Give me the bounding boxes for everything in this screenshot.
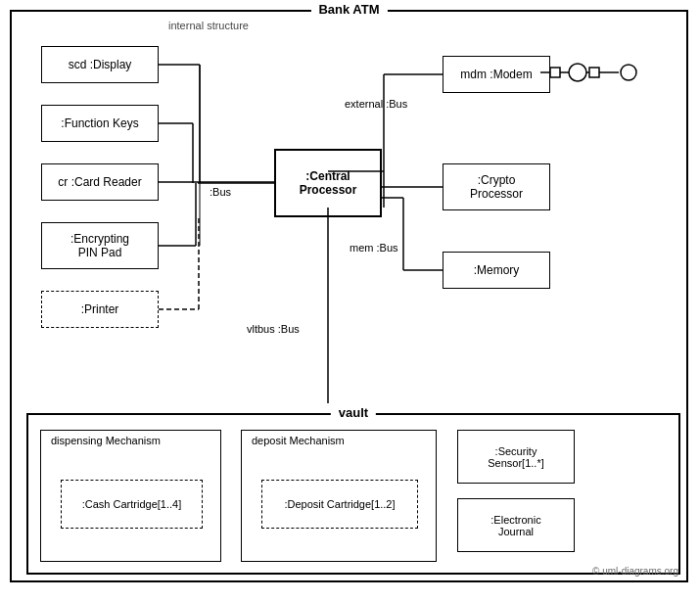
diagram-wrapper: Bank ATM internal structure scd :Display…	[0, 0, 700, 602]
svg-rect-18	[550, 68, 560, 77]
central-processor-box: :CentralProcessor	[274, 149, 382, 217]
scd-display-box: scd :Display	[41, 46, 159, 83]
dispensing-mech-box: dispensing Mechanism :Cash Cartridge[1..…	[40, 430, 221, 562]
vault-box: vault dispensing Mechanism :Cash Cartrid…	[26, 413, 680, 575]
deposit-mech-label: deposit Mechanism	[252, 435, 345, 446]
printer-box: :Printer	[41, 291, 159, 328]
electronic-journal-label: :ElectronicJournal	[490, 514, 540, 537]
cash-cartridge-box: :Cash Cartridge[1..4]	[61, 480, 203, 529]
security-sensor-label: :SecuritySensor[1..*]	[488, 445, 543, 469]
scd-display-label: scd :Display	[69, 58, 132, 71]
bank-atm-title: Bank ATM	[310, 2, 387, 17]
internal-structure-label: internal structure	[168, 20, 249, 31]
crypto-processor-box: :CryptoProcessor	[443, 163, 550, 210]
deposit-mech-box: deposit Mechanism :Deposit Cartridge[1..…	[241, 430, 437, 562]
function-keys-label: :Function Keys	[61, 116, 138, 130]
printer-label: :Printer	[81, 302, 119, 316]
svg-point-24	[621, 65, 636, 80]
bank-atm-box: Bank ATM internal structure scd :Display…	[10, 10, 688, 582]
card-reader-label: cr :Card Reader	[58, 175, 141, 189]
central-processor-label: :CentralProcessor	[300, 169, 357, 197]
copyright-label: © uml-diagrams.org	[592, 566, 678, 577]
modem-label: mdm :Modem	[460, 68, 532, 81]
external-bus-label: external :Bus	[345, 98, 407, 110]
bus-label: :Bus	[210, 186, 231, 198]
deposit-cartridge-box: :Deposit Cartridge[1..2]	[261, 480, 418, 529]
card-reader-box: cr :Card Reader	[41, 163, 159, 201]
memory-box: :Memory	[443, 252, 550, 289]
memory-label: :Memory	[474, 263, 520, 277]
vault-title: vault	[331, 405, 376, 420]
electronic-journal-box: :ElectronicJournal	[457, 498, 575, 552]
mem-bus-label: mem :Bus	[350, 242, 398, 254]
crypto-processor-label: :CryptoProcessor	[470, 173, 523, 201]
dispensing-mech-label: dispensing Mechanism	[51, 435, 161, 446]
security-sensor-box: :SecuritySensor[1..*]	[457, 430, 575, 484]
vltbus-label: vltbus :Bus	[247, 323, 300, 335]
function-keys-box: :Function Keys	[41, 105, 159, 142]
encrypting-pin-label: :EncryptingPIN Pad	[70, 232, 129, 259]
modem-box: mdm :Modem	[443, 56, 550, 93]
encrypting-pin-box: :EncryptingPIN Pad	[41, 222, 159, 269]
svg-rect-21	[589, 68, 599, 77]
deposit-cartridge-label: :Deposit Cartridge[1..2]	[284, 498, 395, 510]
cash-cartridge-label: :Cash Cartridge[1..4]	[82, 498, 182, 510]
svg-point-19	[569, 64, 586, 81]
